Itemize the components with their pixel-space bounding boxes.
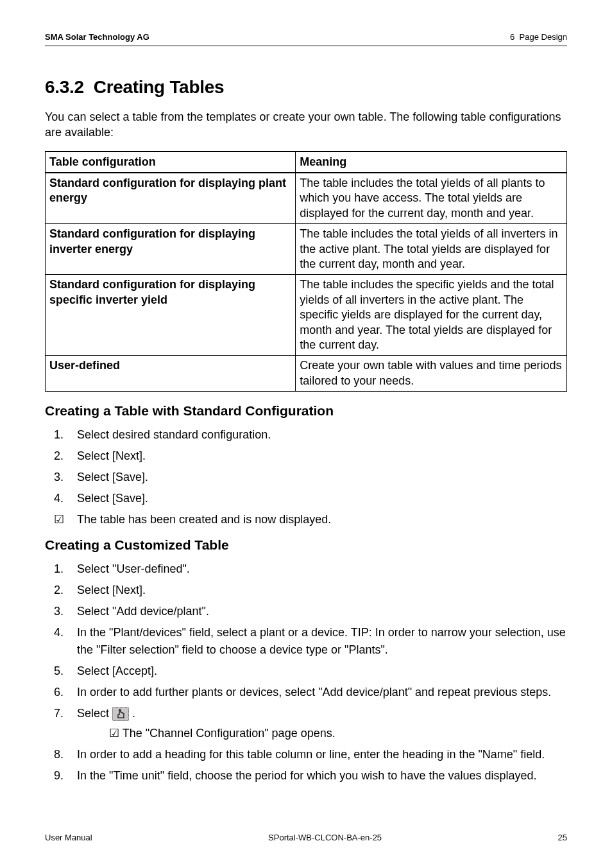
step-text: In the "Time unit" field, choose the per… xyxy=(77,769,537,782)
step-result: The table has been created and is now di… xyxy=(45,511,567,528)
step-text: Select "Add device/plant". xyxy=(77,605,209,618)
table-cell-meaning: The table includes the specific yields a… xyxy=(296,275,567,356)
steps-standard: 1.Select desired standard configuration.… xyxy=(45,426,567,528)
table-cell-config: Standard configuration for displaying sp… xyxy=(46,275,296,356)
step-item: 3.Select "Add device/plant". xyxy=(45,603,567,620)
step-item: 8.In order to add a heading for this tab… xyxy=(45,746,567,763)
table-cell-meaning: The table includes the total yields of a… xyxy=(296,224,567,275)
table-row: User-defined Create your own table with … xyxy=(46,356,567,392)
page-header: SMA Solar Technology AG 6 Page Design xyxy=(45,32,567,42)
footer-left: User Manual xyxy=(45,833,92,842)
footer-right: 25 xyxy=(558,833,567,842)
step-item: 1.Select "User-defined". xyxy=(45,560,567,578)
footer-center: SPortal-WB-CLCON-BA-en-25 xyxy=(268,833,382,842)
step-item: 4.In the "Plant/devices" field, select a… xyxy=(45,624,567,659)
header-company: SMA Solar Technology AG xyxy=(45,32,149,42)
step-text: Select [Next]. xyxy=(77,449,146,462)
step-text-part2: . xyxy=(129,707,135,720)
step-item: 2.Select [Next]. xyxy=(45,447,567,465)
table-row: Standard configuration for displaying pl… xyxy=(46,173,567,224)
table-cell-config: Standard configuration for displaying pl… xyxy=(46,173,296,224)
subheading-standard: Creating a Table with Standard Configura… xyxy=(45,403,567,419)
step-result-text: The table has been created and is now di… xyxy=(77,513,331,526)
step-item: 6.In order to add further plants or devi… xyxy=(45,684,567,701)
subheading-custom: Creating a Customized Table xyxy=(45,537,567,553)
step-text: Select "User-defined". xyxy=(77,562,190,575)
step-text: Select [Next]. xyxy=(77,584,146,596)
table-header-meaning: Meaning xyxy=(296,152,567,173)
step-item: 5.Select [Accept]. xyxy=(45,663,567,680)
table-row: Standard configuration for displaying sp… xyxy=(46,275,567,356)
step-text: Select [Save]. xyxy=(77,492,148,505)
hand-pointer-icon xyxy=(112,707,129,721)
step-text: Select [Accept]. xyxy=(77,664,157,677)
step-text: Select desired standard configuration. xyxy=(77,428,271,441)
step-text: In order to add further plants or device… xyxy=(77,686,551,699)
step-sub-result-text: The "Channel Configuration" page opens. xyxy=(123,727,336,740)
step-sub-result: The "Channel Configuration" page opens. xyxy=(77,725,567,742)
steps-custom: 1.Select "User-defined". 2.Select [Next]… xyxy=(45,560,567,785)
table-header-config: Table configuration xyxy=(46,152,296,173)
header-section: 6 Page Design xyxy=(510,32,567,42)
configuration-table: Table configuration Meaning Standard con… xyxy=(45,151,567,392)
step-text-part1: Select xyxy=(77,707,112,720)
table-cell-config: User-defined xyxy=(46,356,296,392)
step-item: 9.In the "Time unit" field, choose the p… xyxy=(45,767,567,785)
table-row: Standard configuration for displaying in… xyxy=(46,224,567,275)
page-title: 6.3.2 Creating Tables xyxy=(45,77,567,98)
step-item: 3.Select [Save]. xyxy=(45,469,567,486)
step-item: 2.Select [Next]. xyxy=(45,582,567,599)
header-divider xyxy=(45,46,567,46)
intro-paragraph: You can select a table from the template… xyxy=(45,109,567,141)
step-text: Select [Save]. xyxy=(77,471,148,483)
step-text: In the "Plant/devices" field, select a p… xyxy=(77,626,566,656)
step-text: In order to add a heading for this table… xyxy=(77,748,545,761)
table-cell-meaning: Create your own table with values and ti… xyxy=(296,356,567,392)
table-cell-meaning: The table includes the total yields of a… xyxy=(296,173,567,224)
table-cell-config: Standard configuration for displaying in… xyxy=(46,224,296,275)
step-item: 7. Select . The "Channel Configuration" … xyxy=(45,705,567,742)
step-item: 1.Select desired standard configuration. xyxy=(45,426,567,444)
page-footer: User Manual SPortal-WB-CLCON-BA-en-25 25 xyxy=(45,833,567,842)
step-item: 4.Select [Save]. xyxy=(45,490,567,507)
